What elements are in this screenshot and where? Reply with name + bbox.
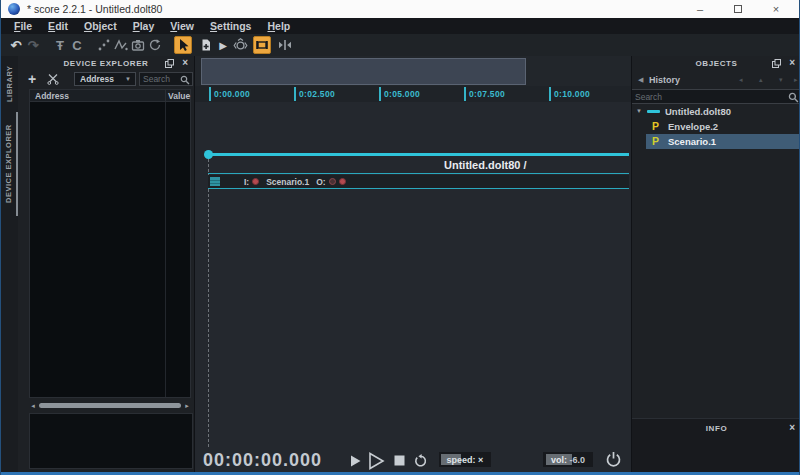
scatter-tool-icon[interactable] [96, 37, 112, 53]
app-icon [8, 3, 20, 15]
tab-device-explorer[interactable]: DEVICE EXPLORER [1, 112, 18, 216]
address-filter-dropdown[interactable]: Address ▼ [74, 72, 136, 86]
chevron-down-icon: ▼ [125, 76, 135, 82]
interval-tool-icon[interactable]: Ŧ [52, 37, 68, 53]
undo-icon[interactable]: ↶ [8, 37, 24, 53]
close-button[interactable]: × [757, 0, 795, 18]
tree-item-label[interactable]: Scenario.1 [668, 136, 716, 147]
undock-icon[interactable] [772, 59, 781, 68]
play-tool-icon[interactable]: ▶ [215, 37, 231, 53]
speed-slider[interactable]: speed: × [439, 452, 491, 467]
curve-tool-icon[interactable]: C [69, 37, 85, 53]
main-area: LIBRARY DEVICE EXPLORER DEVICE EXPLORER … [1, 56, 799, 472]
device-search-box [139, 72, 193, 86]
menu-help[interactable]: Help [259, 20, 298, 32]
slot-bottom-border[interactable] [208, 188, 629, 189]
output-port-icon[interactable] [339, 178, 346, 185]
scrollbar-track[interactable] [37, 402, 183, 409]
device-table[interactable] [29, 101, 191, 398]
snapshot-icon[interactable] [130, 37, 146, 53]
menu-view[interactable]: View [162, 20, 202, 32]
automation-tool-icon[interactable] [113, 37, 129, 53]
search-icon [788, 92, 799, 103]
speed-label: speed: × [439, 455, 491, 465]
ruler-tick: 0:10.000 [554, 89, 590, 99]
split-tool-icon[interactable] [277, 37, 293, 53]
close-icon[interactable]: × [789, 422, 795, 433]
history-back-icon[interactable]: ◀ [638, 76, 643, 84]
slot-input-prefix: I: [244, 177, 249, 187]
select-tool-icon[interactable] [174, 36, 192, 54]
scissors-icon[interactable] [47, 73, 59, 85]
tree-item-scenario[interactable]: P Scenario.1 [646, 134, 800, 149]
scenario-view[interactable]: Untitled.dolt80 / I: Scenario.1 O: [195, 102, 631, 448]
root-interval-label: Untitled.dolt80 / [444, 159, 527, 171]
time-ruler[interactable]: 0:00.000 0:02.500 0:05.000 0:07.500 0:10… [195, 86, 631, 102]
device-search-input[interactable] [143, 73, 178, 85]
slot-process-name[interactable]: Scenario.1 [266, 177, 309, 187]
info-panel: INFO × [632, 418, 800, 472]
scenario-slot-header[interactable]: I: Scenario.1 O: [208, 175, 629, 188]
menu-play[interactable]: Play [125, 20, 163, 32]
device-table-hscrollbar[interactable]: ◂ ▸ [29, 401, 191, 410]
expand-caret-icon[interactable]: ▼ [636, 108, 642, 114]
menu-settings[interactable]: Settings [202, 20, 259, 32]
address-filter-value: Address [75, 74, 125, 84]
nav-left-icon[interactable]: ◂ [739, 76, 743, 84]
maximize-button[interactable] [719, 0, 757, 18]
app-window: * score 2.2.1 - Untitled.dolt80 – × File… [0, 0, 800, 475]
nav-up-icon[interactable]: ▴ [759, 76, 763, 84]
volume-label: vol: [551, 455, 567, 465]
start-timesync-line[interactable] [208, 154, 209, 475]
objects-header: OBJECTS × [632, 56, 800, 71]
slot-grip-icon[interactable] [210, 177, 220, 186]
add-device-icon[interactable]: + [28, 71, 36, 87]
root-interval-bar[interactable] [208, 153, 629, 156]
play-icon[interactable] [348, 453, 363, 468]
global-play-icon[interactable] [367, 451, 386, 470]
device-explorer-panel: DEVICE EXPLORER × + Address ▼ [18, 56, 195, 472]
close-icon[interactable]: × [789, 57, 795, 68]
output-port-icon[interactable] [329, 178, 336, 185]
menu-object[interactable]: Object [76, 20, 125, 32]
titlebar: * score 2.2.1 - Untitled.dolt80 – × [1, 0, 799, 18]
minimize-button[interactable]: – [681, 0, 719, 18]
scroll-right-icon[interactable]: ▸ [183, 402, 191, 410]
volume-value: -6.0 [570, 455, 586, 465]
slot-top-border [208, 173, 629, 174]
trim-tool-icon[interactable] [253, 36, 271, 54]
close-icon[interactable]: × [182, 57, 188, 68]
menu-file[interactable]: File [6, 20, 40, 32]
tree-item-label[interactable]: Untitled.dolt80 [665, 106, 731, 117]
objects-search-box [632, 89, 800, 104]
refresh-icon[interactable] [147, 37, 163, 53]
tree-item-label[interactable]: Envelope.2 [668, 121, 718, 132]
scroll-left-icon[interactable]: ◂ [29, 402, 37, 410]
transport-time: 00:00:00.000 [203, 450, 322, 471]
volume-slider[interactable]: vol: -6.0 [543, 452, 593, 467]
objects-search-input[interactable] [635, 90, 787, 103]
maximize-icon [734, 5, 742, 13]
tree-item-document[interactable]: ▼ Untitled.dolt80 [632, 104, 800, 119]
column-value[interactable]: Value [168, 91, 190, 101]
undock-icon[interactable] [165, 59, 174, 68]
input-port-icon[interactable] [252, 178, 259, 185]
focus-lock-icon[interactable] [232, 37, 248, 53]
column-address[interactable]: Address [35, 91, 69, 101]
tab-library[interactable]: LIBRARY [1, 60, 18, 108]
minimap-viewport[interactable] [201, 58, 526, 85]
device-explorer-lower-pane [29, 413, 193, 469]
scrollbar-thumb[interactable] [39, 403, 181, 408]
slot-output-prefix: O: [316, 177, 325, 187]
nav-down-icon[interactable]: ▾ [779, 76, 783, 84]
create-tool-icon[interactable] [198, 37, 214, 53]
stop-icon[interactable] [392, 453, 407, 468]
power-icon[interactable] [605, 451, 622, 468]
ruler-tick: 0:02.500 [299, 89, 335, 99]
menu-edit[interactable]: Edit [40, 20, 76, 32]
nav-right-icon[interactable]: ▸ [794, 76, 798, 84]
window-title: * score 2.2.1 - Untitled.dolt80 [27, 3, 162, 15]
redo-icon[interactable]: ↷ [25, 37, 41, 53]
reinitialize-icon[interactable] [413, 453, 428, 468]
tree-item-envelope[interactable]: P Envelope.2 [632, 119, 800, 134]
